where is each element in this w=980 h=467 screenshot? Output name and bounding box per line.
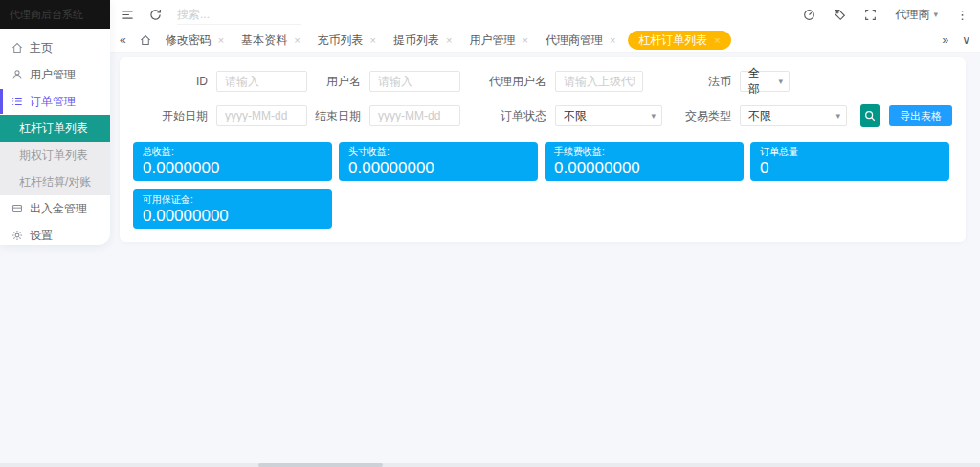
sidebar-item-users[interactable]: 用户管理 xyxy=(0,61,110,88)
fiat-select[interactable]: 全部 ▾ xyxy=(740,71,790,92)
start-date-input[interactable] xyxy=(216,105,307,126)
users-icon xyxy=(11,69,23,80)
gear-icon xyxy=(11,230,23,241)
agent-username-label: 代理用户名 xyxy=(483,74,546,90)
tabbar: « 修改密码 × 基本资料 × 充币列表 × 提币列表 × 用户管理 × 代理商… xyxy=(110,29,980,53)
filter-row-1: ID 用户名 代理用户名 法币 全部 ▾ xyxy=(133,71,952,92)
filter-agent-username: 代理用户名 xyxy=(483,71,643,92)
collapse-tabs-icon[interactable]: « xyxy=(120,33,126,47)
start-date-label: 开始日期 xyxy=(162,108,208,124)
chevron-down-icon: ▾ xyxy=(933,10,938,19)
filter-end-date: 结束日期 xyxy=(315,105,460,126)
submenu-item-label: 杠杆结算/对账 xyxy=(19,175,91,189)
tab-label: 杠杆订单列表 xyxy=(638,33,707,49)
tab-agent-management[interactable]: 代理商管理 × xyxy=(537,29,624,53)
filter-id: ID xyxy=(162,71,307,92)
sidebar-item-funds[interactable]: 出入金管理 xyxy=(0,195,110,222)
stat-card-fee-profit: 手续费收益: 0.00000000 xyxy=(545,142,744,181)
close-icon[interactable]: × xyxy=(370,34,376,46)
topbar-right: 代理商 ▾ ⋮ xyxy=(803,7,969,23)
fullscreen-icon[interactable] xyxy=(864,9,877,21)
more-icon[interactable]: ⋮ xyxy=(956,8,969,22)
end-date-input[interactable] xyxy=(369,105,460,126)
close-icon[interactable]: × xyxy=(218,34,224,46)
filter-trade-type: 交易类型 不限 ▾ xyxy=(685,105,847,126)
close-icon[interactable]: × xyxy=(714,34,720,46)
tab-label: 代理商管理 xyxy=(546,33,603,49)
trade-type-label: 交易类型 xyxy=(685,108,731,124)
username-input[interactable] xyxy=(369,71,460,92)
orders-submenu: 杠杆订单列表 期权订单列表 杠杆结算/对账 xyxy=(0,115,110,195)
order-status-select[interactable]: 不限 ▾ xyxy=(555,105,662,126)
topbar: 代理商 ▾ ⋮ xyxy=(110,0,980,29)
stat-card-position-profit: 头寸收益: 0.00000000 xyxy=(339,142,538,181)
app-title: 代理商后台系统 xyxy=(0,0,110,29)
agent-dropdown-label: 代理商 xyxy=(895,7,929,23)
sidebar-item-label: 主页 xyxy=(30,40,53,56)
tab-leverage-orders[interactable]: 杠杆订单列表 × xyxy=(628,31,730,50)
tab-deposit-list[interactable]: 充币列表 × xyxy=(309,29,385,53)
horizontal-scrollbar-thumb[interactable] xyxy=(258,463,383,467)
tab-change-password[interactable]: 修改密码 × xyxy=(157,29,233,53)
fiat-label: 法币 xyxy=(685,74,731,90)
trade-type-select[interactable]: 不限 ▾ xyxy=(740,105,847,126)
stat-card-total-profit: 总收益: 0.0000000 xyxy=(133,142,332,181)
sidebar: 代理商后台系统 主页 用户管理 订单管理 杠杆订单列表 期权订单列表 xyxy=(0,0,110,245)
hamburger-menu-icon[interactable] xyxy=(122,9,134,21)
tab-label: 充币列表 xyxy=(318,33,364,49)
stat-label: 订单总量 xyxy=(760,146,940,158)
tab-user-management[interactable]: 用户管理 × xyxy=(460,29,536,53)
home-tab-icon[interactable] xyxy=(140,34,151,46)
agent-dropdown[interactable]: 代理商 ▾ xyxy=(895,7,938,23)
tab-label: 用户管理 xyxy=(469,33,515,49)
stat-cards-row-1: 总收益: 0.0000000 头寸收益: 0.00000000 手续费收益: 0… xyxy=(133,142,952,181)
close-icon[interactable]: × xyxy=(610,34,615,46)
sidebar-item-label: 设置 xyxy=(30,228,53,244)
stat-card-available-margin: 可用保证金: 0.00000000 xyxy=(133,189,332,229)
magnifier-icon xyxy=(864,110,876,122)
tab-basic-info[interactable]: 基本资料 × xyxy=(233,29,308,53)
tab-withdraw-list[interactable]: 提币列表 × xyxy=(385,29,460,53)
stat-cards-row-2: 可用保证金: 0.00000000 xyxy=(133,189,952,229)
tag-icon[interactable] xyxy=(834,9,846,21)
stat-label: 头寸收益: xyxy=(348,146,528,158)
submenu-item-label: 期权订单列表 xyxy=(19,148,88,162)
filter-username: 用户名 xyxy=(315,71,460,92)
end-date-label: 结束日期 xyxy=(315,108,361,124)
id-input[interactable] xyxy=(216,71,307,92)
stat-value: 0.00000000 xyxy=(143,207,323,226)
submenu-item-leverage-settlement[interactable]: 杠杆结算/对账 xyxy=(0,168,110,195)
chevron-down-icon: ▾ xyxy=(835,111,840,121)
stat-label: 总收益: xyxy=(143,146,323,158)
close-icon[interactable]: × xyxy=(294,34,300,46)
close-icon[interactable]: × xyxy=(446,34,452,46)
home-icon xyxy=(11,42,23,54)
sidebar-item-label: 用户管理 xyxy=(30,67,76,83)
id-label: ID xyxy=(162,75,208,88)
sidebar-item-label: 出入金管理 xyxy=(30,201,87,217)
sidebar-item-orders[interactable]: 订单管理 xyxy=(0,88,110,115)
sidebar-item-settings[interactable]: 设置 xyxy=(0,222,110,249)
funds-icon xyxy=(11,203,23,214)
submenu-item-option-orders[interactable]: 期权订单列表 xyxy=(0,142,110,168)
chevron-down-icon: ▾ xyxy=(651,111,656,121)
close-icon[interactable]: × xyxy=(522,34,527,46)
horizontal-scrollbar[interactable] xyxy=(0,463,980,467)
tab-menu-icon[interactable]: ∨ xyxy=(962,33,970,47)
stat-value: 0.00000000 xyxy=(348,159,528,178)
submenu-item-leverage-orders[interactable]: 杠杆订单列表 xyxy=(0,115,110,142)
content-panel: ID 用户名 代理用户名 法币 全部 ▾ 开始日期 结束日期 xyxy=(120,57,966,242)
search-input[interactable] xyxy=(177,4,301,25)
filter-start-date: 开始日期 xyxy=(133,105,307,126)
tab-overflow-icon[interactable]: » xyxy=(943,33,949,47)
agent-username-input[interactable] xyxy=(555,71,643,92)
dashboard-icon[interactable] xyxy=(803,9,815,21)
export-button[interactable]: 导出表格 xyxy=(889,105,952,126)
stat-value: 0.0000000 xyxy=(143,159,323,178)
refresh-icon[interactable] xyxy=(149,9,162,21)
tabbar-right: » ∨ xyxy=(943,33,970,47)
order-status-value: 不限 xyxy=(564,108,587,124)
sidebar-item-home[interactable]: 主页 xyxy=(0,34,110,61)
tab-label: 提币列表 xyxy=(393,33,439,49)
search-button[interactable] xyxy=(860,104,880,127)
